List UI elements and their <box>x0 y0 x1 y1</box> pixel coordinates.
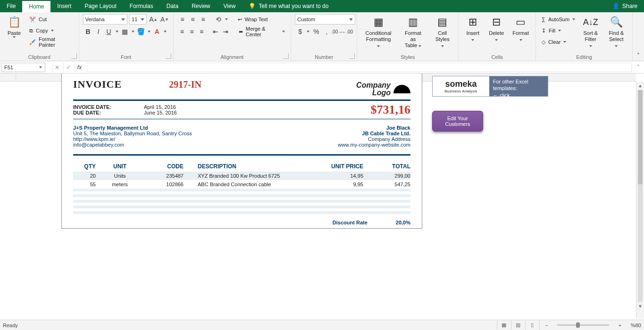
fill-color-menu[interactable] <box>146 26 152 37</box>
dialog-launcher[interactable] <box>349 53 355 59</box>
copy-icon: ⧉ <box>29 28 33 34</box>
paste-button[interactable]: 📋 Paste <box>4 14 25 53</box>
select-all-triangle[interactable] <box>0 74 16 81</box>
cancel-formula-button[interactable]: ✕ <box>52 63 61 72</box>
scroll-thumb[interactable] <box>638 90 643 184</box>
autosum-button[interactable]: ∑AutoSum <box>540 14 577 25</box>
sort-filter-button[interactable]: A↓ZSort &Filter <box>580 14 601 53</box>
divider <box>73 154 410 156</box>
someka-banner[interactable]: someka Business Analysis For other Excel… <box>432 76 548 97</box>
caret-down-icon <box>51 30 54 32</box>
accounting-format-button[interactable]: $ <box>295 26 305 37</box>
accounting-menu[interactable] <box>305 26 311 37</box>
borders-menu[interactable] <box>130 26 136 37</box>
tab-view[interactable]: View <box>217 0 243 12</box>
increase-font-button[interactable]: A▲ <box>149 14 158 25</box>
scroll-up-arrow[interactable]: ▲ <box>636 82 644 90</box>
format-as-table-button[interactable]: ▥ Format asTable <box>399 14 427 53</box>
copy-button[interactable]: ⧉Copy <box>27 25 75 36</box>
tab-insert[interactable]: Insert <box>50 0 78 12</box>
fill-button[interactable]: ↧Fill <box>540 25 577 36</box>
tab-file[interactable]: File <box>0 0 22 12</box>
discount-value: 20,0% <box>396 220 410 225</box>
zoom-knob[interactable] <box>576 322 580 328</box>
percent-format-button[interactable]: % <box>311 26 321 37</box>
decrease-indent-button[interactable]: ⇤ <box>211 26 221 37</box>
format-painter-button[interactable]: 🖌️Format Painter <box>27 37 75 47</box>
underline-button[interactable]: U <box>104 26 114 37</box>
font-size-select[interactable]: 11 <box>129 14 147 25</box>
dialog-launcher[interactable] <box>166 53 171 59</box>
find-select-button[interactable]: 🔍Find &Select <box>604 14 629 53</box>
tab-formulas[interactable]: Formulas <box>123 0 160 12</box>
page-break-view-button[interactable]: ▯ <box>525 321 539 330</box>
align-top-button[interactable]: ≡ <box>177 14 188 25</box>
dialog-launcher[interactable] <box>283 53 289 59</box>
insert-function-button[interactable]: fx <box>75 63 84 72</box>
merge-center-button[interactable]: ⬌Merge & Center <box>237 26 287 37</box>
dialog-launcher[interactable] <box>71 53 77 59</box>
align-right-button[interactable]: ≡ <box>197 26 207 37</box>
share-button[interactable]: 👤 Share <box>606 0 644 12</box>
edit-customers-button[interactable]: Edit Your Customers <box>432 111 483 132</box>
tell-me-search[interactable]: 💡 Tell me what you want to do <box>242 0 328 12</box>
decrease-font-button[interactable]: A▼ <box>160 14 169 25</box>
scroll-down-arrow[interactable]: ▼ <box>636 302 644 310</box>
number-format-select[interactable]: Custom <box>295 14 355 25</box>
align-center-button[interactable]: ≡ <box>187 26 197 37</box>
borders-button[interactable]: ▦ <box>120 26 130 37</box>
due-date: June 15, 2016 <box>144 110 177 116</box>
underline-menu[interactable] <box>114 26 120 37</box>
cut-button[interactable]: ✂️Cut <box>27 14 75 25</box>
vertical-scrollbar[interactable]: ▲ ▼ <box>636 82 644 319</box>
name-box[interactable]: F51 <box>1 63 45 72</box>
table-row: 20Units235487XYZ Branded 100 Kw Product … <box>73 172 410 180</box>
wrap-text-button[interactable]: ↩Wrap Text <box>236 14 270 25</box>
normal-view-button[interactable]: ▦ <box>497 321 511 330</box>
caret-down-icon <box>132 31 134 33</box>
collapse-ribbon-button[interactable]: ˄ <box>633 12 644 61</box>
enter-formula-button[interactable]: ✓ <box>63 63 73 72</box>
increase-indent-button[interactable]: ⇥ <box>221 26 231 37</box>
scroll-track[interactable] <box>638 90 643 302</box>
clear-button[interactable]: ◇Clear <box>540 37 577 47</box>
check-icon: ✓ <box>66 64 71 71</box>
caret-down-icon <box>441 45 444 47</box>
font-color-menu[interactable] <box>162 26 168 37</box>
format-cells-button[interactable]: ▭Format <box>510 14 532 53</box>
page-layout-view-button[interactable]: ▥ <box>511 321 525 330</box>
tab-home[interactable]: Home <box>22 0 50 12</box>
view-buttons: ▦ ▥ ▯ <box>497 321 539 330</box>
font-color-button[interactable]: A <box>152 26 162 37</box>
zoom-level[interactable]: %80 <box>631 322 641 328</box>
company-logo: CompanyLogo <box>356 82 410 97</box>
align-middle-button[interactable]: ≡ <box>188 14 198 25</box>
worksheet-grid[interactable]: INVOICE 2917-IN CompanyLogo INVOICE DATE… <box>0 74 636 319</box>
zoom-slider[interactable] <box>557 324 609 326</box>
comma-format-button[interactable]: , <box>321 26 332 37</box>
increase-decimal-button[interactable]: .00→ <box>332 26 342 37</box>
decrease-decimal-button[interactable]: ←.00 <box>342 26 352 37</box>
tab-page-layout[interactable]: Page Layout <box>78 0 123 12</box>
invoice-date-label: INVOICE DATE: <box>73 104 144 110</box>
tab-review[interactable]: Review <box>185 0 217 12</box>
fill-color-button[interactable]: 🪣 <box>136 26 146 37</box>
zoom-in-button[interactable]: + <box>613 321 627 330</box>
orientation-menu[interactable] <box>224 14 229 25</box>
conditional-formatting-button[interactable]: ▦ ConditionalFormatting <box>361 14 396 53</box>
align-left-button[interactable]: ≡ <box>177 26 187 37</box>
font-name-select[interactable]: Verdana <box>83 14 127 25</box>
grid-icon: ▦ <box>502 322 506 328</box>
formula-input[interactable] <box>86 63 632 72</box>
align-bottom-button[interactable]: ≡ <box>198 14 209 25</box>
cell-styles-button[interactable]: ▤ CellStyles <box>430 14 454 53</box>
zoom-out-button[interactable]: − <box>539 321 553 330</box>
orientation-button[interactable]: ⟲ <box>213 14 224 25</box>
delete-cells-button[interactable]: ⊟Delete <box>486 14 507 53</box>
italic-button[interactable]: I <box>93 26 104 37</box>
insert-cells-button[interactable]: ⊞Insert <box>462 14 483 53</box>
bold-button[interactable]: B <box>83 26 93 37</box>
caret-down-icon <box>418 45 421 47</box>
expand-formula-bar[interactable]: ˅ <box>634 64 643 71</box>
tab-data[interactable]: Data <box>160 0 185 12</box>
